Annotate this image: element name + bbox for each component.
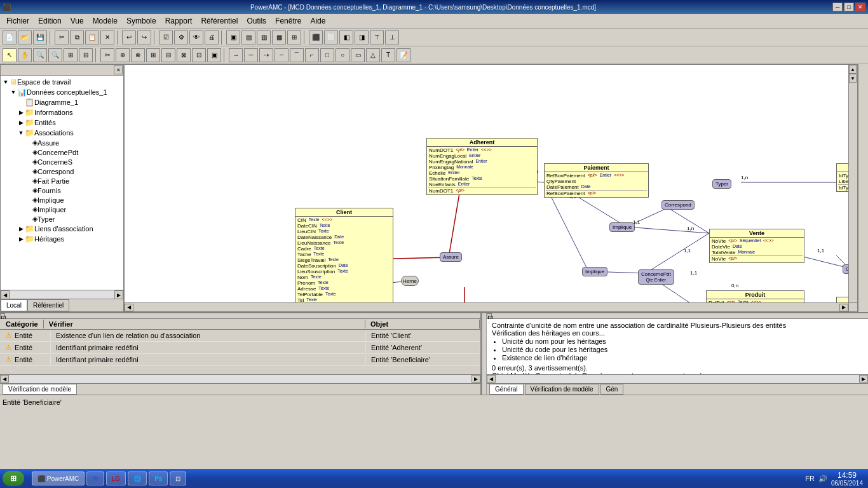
tb-curve[interactable]: ⌒ <box>290 48 304 62</box>
tab-local[interactable]: Local <box>1 299 27 311</box>
tab-general[interactable]: Général <box>489 384 524 395</box>
minimize-button[interactable]: ─ <box>832 3 843 11</box>
br-hscroll[interactable]: ◀ ▶ <box>487 374 868 383</box>
expand-liens[interactable]: ▶ <box>17 226 25 232</box>
tree-correspond[interactable]: ◈ Correspond <box>2 166 122 176</box>
tb-elbw[interactable]: ⌐ <box>305 48 319 62</box>
expand-her[interactable]: ▶ <box>17 236 25 242</box>
tb-redo[interactable]: ↪ <box>137 30 151 44</box>
assoc-typer[interactable]: Typer <box>712 179 731 189</box>
tb-check[interactable]: ☑ <box>159 30 173 44</box>
tb-b3[interactable]: ▥ <box>257 30 271 44</box>
tb-b4[interactable]: ▦ <box>272 30 286 44</box>
tb-b10[interactable]: ⊤ <box>370 30 384 44</box>
tb-dash[interactable]: ╌ <box>275 48 288 62</box>
tb-save[interactable]: 💾 <box>33 30 47 44</box>
scroll-thumb[interactable] <box>10 290 114 299</box>
tree-typer[interactable]: ◈ Typer <box>2 214 122 224</box>
resize-icon[interactable]: ⊡ <box>0 313 5 318</box>
bl-scroll-thumb[interactable] <box>9 375 471 383</box>
tb-gen[interactable]: ⚙ <box>174 30 188 44</box>
tb-ellipse[interactable]: ○ <box>336 48 349 62</box>
tree-model[interactable]: ▼ 📊 Données conceptuelles_1 <box>2 87 122 97</box>
tb-b1[interactable]: ▣ <box>226 30 240 44</box>
tb-zoomin[interactable]: 🔍 <box>33 48 47 62</box>
tb-preview[interactable]: 👁 <box>189 30 203 44</box>
expand-workspace[interactable]: ▼ <box>2 79 10 85</box>
tb-b7[interactable]: ⬜ <box>324 30 338 44</box>
tb-pan[interactable]: ✋ <box>18 48 32 62</box>
tree-assure[interactable]: ◈ Assure <box>2 138 122 147</box>
menu-aide[interactable]: Aide <box>306 15 329 27</box>
tree-concernes[interactable]: ◈ ConcerneS <box>2 157 122 166</box>
assoc-correspond[interactable]: Correspond <box>661 200 695 210</box>
taskbar-app-chrome[interactable]: 🌐 <box>128 471 147 485</box>
heritage-herne[interactable]: Herne <box>401 276 419 286</box>
menu-vue[interactable]: Vue <box>67 15 88 27</box>
tb-t3[interactable]: ⊗ <box>131 48 145 62</box>
tb-select[interactable]: ↖ <box>3 48 17 62</box>
canvas-area[interactable]: 0,n 1,1 1,1 1,n 1,1 0,n 1,1 0,n 1,n 1,1 … <box>124 64 858 312</box>
menu-rapport[interactable]: Rapport <box>161 15 196 27</box>
scroll-left-btn[interactable]: ◀ <box>125 304 133 311</box>
scroll-left[interactable]: ◀ <box>1 290 10 299</box>
br-scroll-left[interactable]: ◀ <box>487 375 496 383</box>
assoc-implique2[interactable]: Implique <box>582 267 607 276</box>
canvas-hscroll[interactable]: ◀ ▶ <box>125 302 848 311</box>
tb-b9[interactable]: ◨ <box>355 30 369 44</box>
entity-adherent[interactable]: Adherent NumDOT1<pi>Entier<<>> NumEngagL… <box>426 138 538 195</box>
tree-fournis[interactable]: ◈ Fournis <box>2 186 122 195</box>
bl-scroll-left[interactable]: ◀ <box>0 375 9 383</box>
tb-t8[interactable]: ▣ <box>207 48 221 62</box>
tb-copy[interactable]: ⧉ <box>70 30 84 44</box>
tree-entites[interactable]: ▶ 📁 Entités <box>2 118 122 128</box>
scroll-right[interactable]: ▶ <box>114 290 123 299</box>
menu-outils[interactable]: Outils <box>243 15 270 27</box>
entity-client[interactable]: Client CINTexte<<>> DateCINTexte LieuCIN… <box>295 208 393 302</box>
tree-impliquer[interactable]: ◈ Impliquer <box>2 205 122 214</box>
entity-paiement[interactable]: Paiement RefBonPaiement<pli>Entier<<>> Q… <box>544 163 649 198</box>
assoc-concernepdt[interactable]: ConcernePdtQte Entier <box>638 269 674 285</box>
tree-concernepdt[interactable]: ◈ ConcernePdt <box>2 147 122 157</box>
tb-undo[interactable]: ↩ <box>122 30 136 44</box>
tree-close[interactable]: ✕ <box>114 65 123 74</box>
tb-b11[interactable]: ⊥ <box>385 30 399 44</box>
tb-zoomfit[interactable]: ⊞ <box>64 48 78 62</box>
tb-t1[interactable]: ✂ <box>100 48 114 62</box>
tb-paste[interactable]: 📋 <box>85 30 99 44</box>
tree-workspace[interactable]: ▼ 🖥 Espace de travail <box>2 77 122 87</box>
tb-t6[interactable]: ⊠ <box>177 48 191 62</box>
expand-entites[interactable]: ▶ <box>17 119 25 126</box>
tree-diagram[interactable]: 📋 Diagramme_1 <box>2 97 122 107</box>
tb-t2[interactable]: ⊕ <box>116 48 130 62</box>
tb-rndrt[interactable]: ▭ <box>351 48 365 62</box>
menu-fenetre[interactable]: Fenêtre <box>271 15 305 27</box>
scroll-down-btn[interactable]: ▼ <box>849 74 857 83</box>
tb-poly[interactable]: △ <box>366 48 380 62</box>
tree-liens[interactable]: ▶ 📁 Liens d'association <box>2 224 122 234</box>
tree-informations[interactable]: ▶ 📁 Informations <box>2 107 122 118</box>
taskbar-app-extra[interactable]: ⊡ <box>170 471 186 485</box>
tab-gen[interactable]: Gén <box>600 384 624 395</box>
assoc-concernes[interactable]: ConcerneS <box>843 264 848 274</box>
tb-text[interactable]: T <box>381 48 395 62</box>
tree-associations[interactable]: ▼ 📁 Associations <box>2 128 122 138</box>
menu-modele[interactable]: Modèle <box>89 15 121 27</box>
tab-referentiel[interactable]: Référentiel <box>27 299 69 311</box>
entity-vente[interactable]: Vente NoVte<pi>Séquentiel<<>> DateVteDat… <box>709 229 804 263</box>
br-scroll-right[interactable]: ▶ <box>859 375 868 383</box>
tb-t4[interactable]: ⊞ <box>146 48 160 62</box>
tb-note[interactable]: 📝 <box>397 48 410 62</box>
bottom-left-hscroll[interactable]: ◀ ▶ <box>0 374 480 383</box>
entity-typepaiement[interactable]: TypePaiement IdTypePaiement<pi>Séquentie… <box>836 163 848 192</box>
scroll-up-btn[interactable]: ▲ <box>849 65 857 74</box>
tb-dasharrow[interactable]: ⇢ <box>259 48 273 62</box>
start-button[interactable]: ⊞ <box>3 471 24 486</box>
tb-open[interactable]: 📂 <box>18 30 32 44</box>
menu-fichier[interactable]: Fichier <box>3 15 33 27</box>
tb-print[interactable]: 🖨 <box>205 30 219 44</box>
tb-b8[interactable]: ◧ <box>339 30 353 44</box>
divider[interactable] <box>482 313 487 395</box>
canvas-vscroll[interactable]: ▲ ▼ <box>848 65 857 302</box>
scroll-right-btn[interactable]: ▶ <box>839 304 848 311</box>
